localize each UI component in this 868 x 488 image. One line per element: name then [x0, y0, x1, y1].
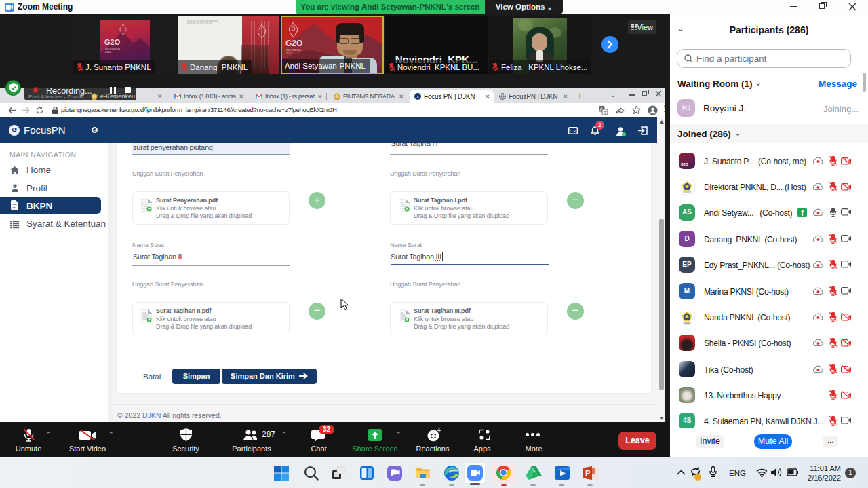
svg-text:文: 文 [604, 110, 608, 115]
svg-text:P: P [585, 469, 590, 477]
